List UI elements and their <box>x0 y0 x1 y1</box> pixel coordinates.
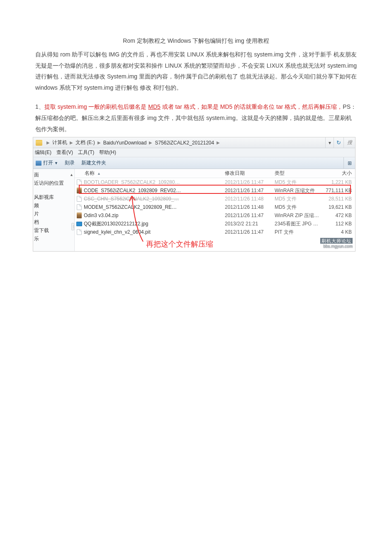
file-type: MD5 文件 <box>275 204 324 211</box>
file-name: QQ截图20130202212122.jpg <box>84 220 225 227</box>
file-name: BOOTLOADER_S7562iZCALK2_109280… <box>84 179 225 185</box>
file-type: MD5 文件 <box>275 179 324 186</box>
file-row[interactable]: CODE_S7562iZCALK2_1092809_REV02…2012/11/… <box>75 186 355 195</box>
breadcrumb[interactable]: S7562iZCALK2_20121204 <box>154 140 215 146</box>
step-number: 1、 <box>35 103 44 110</box>
watermark-line1: 刷机大师论坛 <box>320 238 353 244</box>
search-box[interactable]: 搜 <box>343 137 355 148</box>
zip-file-icon <box>75 213 84 218</box>
file-size: 472 KB <box>324 213 355 218</box>
file-row[interactable]: CSC_CHN_S7562iCHNALK2_1092809_…2012/11/2… <box>75 195 355 203</box>
col-type[interactable]: 类型 <box>275 170 324 177</box>
sidebar-item-recent[interactable]: 近访问的位置 <box>34 179 74 187</box>
file-row[interactable]: signed_kylei_chn_v2_0604.pit2012/11/26 1… <box>75 228 355 236</box>
open-icon <box>36 161 41 166</box>
sidebar-item[interactable]: 频 <box>34 201 74 210</box>
burn-label: 刻录 <box>65 159 75 166</box>
col-date[interactable]: 修改日期 <box>225 170 275 177</box>
open-button[interactable]: 打开 ▼ <box>36 159 58 166</box>
rar-file-icon <box>75 188 84 193</box>
file-list: 名称 ▲ 修改日期 类型 大小 BOOTLOADER_S7562iZCALK2_… <box>75 169 355 251</box>
file-type: MD5 文件 <box>275 196 324 203</box>
file-name: MODEM_S7562iZCALK2_1092809_RE… <box>84 204 225 210</box>
blank-file-icon <box>75 179 84 185</box>
new-folder-button[interactable]: 新建文件夹 <box>81 159 106 166</box>
sidebar-item[interactable]: 档 <box>34 218 74 226</box>
address-dropdown[interactable]: ▾ <box>325 137 334 148</box>
refresh-icon[interactable]: ↻ <box>334 137 343 148</box>
img-file-icon <box>75 222 84 226</box>
blank-file-icon <box>75 229 84 235</box>
toolbar: 打开 ▼ 刻录 新建文件夹 ⊞ <box>33 157 355 169</box>
menu-help[interactable]: 帮助(H) <box>99 149 116 156</box>
file-name: signed_kylei_chn_v2_0604.pit <box>84 229 225 235</box>
file-row[interactable]: QQ截图20130202212122.jpg2013/2/2 21:212345… <box>75 220 355 228</box>
column-headers: 名称 ▲ 修改日期 类型 大小 <box>75 169 355 178</box>
chevron-down-icon: ▼ <box>54 161 58 165</box>
sort-caret-icon: ▲ <box>70 171 73 179</box>
file-type: 2345看图王 JPG … <box>275 220 324 227</box>
file-date: 2012/11/26 11:47 <box>225 188 275 193</box>
breadcrumb[interactable]: 计算机 <box>51 139 68 146</box>
new-folder-label: 新建文件夹 <box>81 159 106 166</box>
nav-sidebar: 面 ▲ 近访问的位置 风影视库 频 片 档 雷下载 乐 ⋮ <box>33 169 75 251</box>
breadcrumb[interactable]: BaiduYunDownload <box>102 140 148 146</box>
view-mode-button[interactable]: ⊞ <box>343 157 355 169</box>
chevron-right-icon[interactable]: ▶ <box>147 140 154 145</box>
sidebar-item[interactable]: 片 <box>34 210 74 218</box>
watermark-line2: bbs.mgyun.com <box>320 244 353 249</box>
document-title: Rom 定制教程之 Windows 下解包编辑打包 img 使用教程 <box>35 37 357 45</box>
step-1-text: 1、提取 system.img 一般的刷机包后缀名是 MD5 或者 tar 格式… <box>35 101 357 134</box>
chevron-right-icon[interactable]: ▶ <box>96 140 102 145</box>
annotation-text: 再把这个文件解压缩 <box>146 239 213 249</box>
blank-file-icon <box>75 204 84 210</box>
file-date: 2012/11/26 11:47 <box>225 179 275 185</box>
explorer-window: ▶ 计算机 ▶ 文档 (E:) ▶ BaiduYunDownload ▶ S75… <box>33 137 355 252</box>
file-row[interactable]: Odin3 v3.04.zip2012/11/26 11:47WinRAR ZI… <box>75 211 355 220</box>
sort-asc-icon: ▲ <box>97 171 101 176</box>
breadcrumb[interactable]: 文档 (E:) <box>75 139 96 146</box>
chevron-right-icon[interactable]: ▶ <box>215 140 222 145</box>
file-name: Odin3 v3.04.zip <box>84 213 225 218</box>
watermark: 刷机大师论坛 bbs.mgyun.com <box>320 238 353 249</box>
menu-bar: 编辑(E) 查看(V) 工具(T) 帮助(H) <box>33 148 355 157</box>
sidebar-item[interactable]: 乐 <box>34 235 74 243</box>
file-size: 28,511 KB <box>324 196 355 202</box>
file-date: 2012/11/26 11:47 <box>225 213 275 218</box>
file-type: WinRAR 压缩文件 <box>275 187 324 194</box>
md5-link[interactable]: MD5 <box>148 103 161 110</box>
sidebar-item[interactable]: 面 <box>34 171 39 179</box>
file-size: 19,621 KB <box>324 204 355 210</box>
file-date: 2012/11/26 11:48 <box>225 204 275 210</box>
burn-button[interactable]: 刻录 <box>65 159 75 166</box>
file-name: CSC_CHN_S7562iCHNALK2_1092809_… <box>84 196 225 202</box>
blank-file-icon <box>75 196 84 202</box>
file-date: 2012/11/26 11:48 <box>225 196 275 202</box>
col-name[interactable]: 名称 ▲ <box>84 170 225 177</box>
file-date: 2012/11/26 11:47 <box>225 229 275 235</box>
step-highlight: 提取 system.img 一般的刷机包后缀名是 <box>44 103 148 110</box>
open-label: 打开 <box>43 159 53 166</box>
file-size: 771,111 KB <box>324 188 355 193</box>
menu-edit[interactable]: 编辑(E) <box>35 149 51 156</box>
file-size: 4 KB <box>324 229 355 235</box>
sidebar-item[interactable]: 风影视库 <box>34 193 74 201</box>
chevron-right-icon[interactable]: ▶ <box>45 140 51 145</box>
file-type: PIT 文件 <box>275 229 324 236</box>
folder-icon <box>36 140 42 146</box>
step-highlight-b: 或者 tar 格式，如果是 MD5 的话就重命名位 tar 格式，然后再解压缩， <box>161 103 343 110</box>
sidebar-item[interactable]: 雷下载 <box>34 226 74 235</box>
address-bar[interactable]: ▶ 计算机 ▶ 文档 (E:) ▶ BaiduYunDownload ▶ S75… <box>33 137 355 148</box>
col-size[interactable]: 大小 <box>324 170 355 177</box>
file-row[interactable]: MODEM_S7562iZCALK2_1092809_RE…2012/11/26… <box>75 203 355 211</box>
file-row[interactable]: BOOTLOADER_S7562iZCALK2_109280…2012/11/2… <box>75 178 355 186</box>
splitter-handle[interactable]: ⋮ <box>71 223 74 230</box>
file-date: 2013/2/2 21:21 <box>225 221 275 227</box>
file-size: 112 KB <box>324 221 355 227</box>
file-name: CODE_S7562iZCALK2_1092809_REV02… <box>84 188 225 193</box>
file-type: WinRAR ZIP 压缩… <box>275 212 324 219</box>
menu-view[interactable]: 查看(V) <box>56 149 73 156</box>
file-size: 1,221 KB <box>324 179 355 185</box>
menu-tools[interactable]: 工具(T) <box>78 149 94 156</box>
chevron-right-icon[interactable]: ▶ <box>68 140 75 145</box>
